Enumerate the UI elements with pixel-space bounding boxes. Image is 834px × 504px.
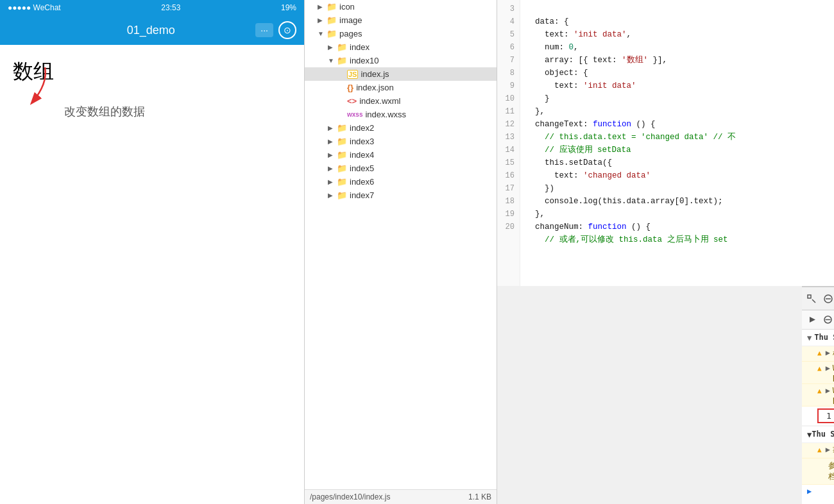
folder-icon: 📁: [337, 42, 347, 52]
red-arrow-icon: [13, 64, 51, 115]
console-warn-1: ▲ ▶ 根据 sitemap 的规则[0], 当前页面 [pages/index…: [802, 346, 834, 362]
tree-item-index-js[interactable]: ▶ JS index.js: [305, 67, 497, 81]
tree-item-label: index.wxss: [365, 110, 406, 119]
code-content: data: { text: 'init data', num: 0, array…: [520, 0, 834, 286]
block-icon[interactable]: [821, 314, 834, 326]
line-num: 20: [502, 221, 515, 233]
code-area[interactable]: 3 4 5 6 7 8 9 10 11 12 13 14 15 16: [497, 0, 834, 286]
tree-item-label: index7: [350, 190, 374, 200]
tree-item-index[interactable]: ▶ 📁 index: [305, 40, 497, 54]
line-num: 7: [502, 54, 515, 67]
console-group-interface: ▼ Thu Sep 26 2019 23:39:01 GMT+0800 (中国标…: [802, 426, 834, 443]
folder-icon: 📁: [337, 150, 347, 160]
tree-item-index7[interactable]: ▶ 📁 index7: [305, 189, 497, 202]
circle-icon: ⊙: [284, 25, 291, 35]
wxss-file-icon: wxss: [347, 111, 362, 118]
info-text: 参考文档：: [828, 460, 834, 482]
warn-icon: ▲: [817, 387, 822, 395]
menu-icon-button[interactable]: ···: [255, 23, 273, 37]
tree-item-label: index.js: [361, 69, 389, 79]
arrow-icon: ▶: [328, 44, 336, 51]
tree-item-label: index5: [350, 164, 374, 173]
tree-item-index10[interactable]: ▼ 📁 index10: [305, 54, 497, 67]
line-num: 13: [502, 131, 515, 144]
file-path-text: /pages/index10/index.js: [310, 492, 390, 501]
tree-item-label: image: [339, 15, 362, 25]
line-num: 11: [502, 105, 515, 118]
folder-icon: 📁: [337, 190, 347, 200]
battery-text: 19%: [281, 3, 296, 12]
tree-item-index6[interactable]: ▶ 📁 index6: [305, 175, 497, 189]
console-value-box: 1: [817, 408, 834, 423]
console-info-item: ▲ 参考文档： https://developers.weixin.qq.com…: [802, 458, 834, 485]
tree-item-label: index4: [350, 150, 374, 160]
filetree-content: ▶ 📁 icon ▶ 📁 image ▼ 📁 pages ▶ 📁 index: [305, 0, 497, 489]
line-num: 16: [502, 169, 515, 182]
line-num: 17: [502, 182, 515, 195]
tree-item-index3[interactable]: ▶ 📁 index3: [305, 135, 497, 148]
console-warn-4: ▲ ▶ 获取 wx.getUserInfo 接口后续将不再出现授权弹窗，请注意升…: [802, 443, 834, 458]
tree-item-label: index6: [350, 177, 374, 187]
phone-nav-title: 01_demo: [127, 24, 175, 37]
no-entry-icon[interactable]: [821, 292, 834, 306]
arrow-icon: ▶: [328, 124, 336, 131]
arrow-icon: ▶: [328, 178, 336, 185]
console-warn-3: ▲ ▶ WXMLRT_$gwx:./pages/index8/index.wxm…: [802, 384, 834, 407]
line-num: 3: [502, 3, 515, 15]
console-value-line: 1: [802, 407, 834, 426]
time-text: 23:53: [161, 3, 180, 12]
line-num: 18: [502, 195, 515, 208]
arrow-icon: ▼: [318, 30, 325, 37]
svg-marker-5: [810, 317, 815, 323]
arrow-icon: ▶: [328, 165, 336, 172]
tree-item-label: index3: [350, 137, 374, 146]
tree-item-index-wxss[interactable]: ▶ wxss index.wxss: [305, 108, 497, 121]
warn-arrow-icon[interactable]: ▶: [826, 445, 830, 454]
signal-text: ●●●●● WeChat: [8, 3, 61, 12]
line-num: 10: [502, 92, 515, 105]
main-wrapper: ●●●●● WeChat 23:53 19% 01_demo ··· ⊙ 数组: [0, 0, 834, 504]
code-lines: 3 4 5 6 7 8 9 10 11 12 13 14 15 16: [497, 0, 834, 286]
line-num: 14: [502, 144, 515, 156]
warn-arrow-icon[interactable]: ▶: [826, 364, 830, 373]
filetree-panel: ▶ 📁 icon ▶ 📁 image ▼ 📁 pages ▶ 📁 index: [305, 0, 497, 504]
tree-item-index-json[interactable]: ▶ {} index.json: [305, 81, 497, 94]
devtools-tab-icons: [804, 292, 834, 306]
phone-nav-icons: ··· ⊙: [255, 21, 296, 39]
json-file-icon: {}: [347, 83, 353, 92]
tree-item-index5[interactable]: ▶ 📁 index5: [305, 162, 497, 175]
folder-icon: 📁: [327, 15, 337, 25]
tree-item-label: pages: [339, 29, 362, 38]
console-output[interactable]: ▼ Thu Sep 26 2019 23:39:01 GMT+0800 (中国标…: [802, 330, 834, 504]
tree-item-label: index10: [350, 56, 379, 65]
right-section: 3 4 5 6 7 8 9 10 11 12 13 14 15 16: [497, 0, 834, 504]
console-group-sitemap: ▼ Thu Sep 26 2019 23:39:01 GMT+0800 (中国标…: [802, 330, 834, 346]
group-arrow-icon[interactable]: ▼: [807, 333, 812, 342]
tree-item-image[interactable]: ▶ 📁 image: [305, 13, 497, 27]
tree-item-index4[interactable]: ▶ 📁 index4: [305, 148, 497, 162]
folder-icon: 📁: [337, 123, 347, 133]
warn-arrow-icon[interactable]: ▶: [826, 348, 830, 357]
console-toolbar: top ▼ 👁 Default levels ▼: [802, 310, 834, 330]
warn-icon: ▲: [817, 364, 822, 373]
folder-icon: 📁: [327, 2, 337, 12]
warn-arrow-icon[interactable]: ▶: [826, 386, 830, 395]
execute-icon[interactable]: [806, 314, 819, 326]
arrow-icon: ▶: [318, 3, 325, 10]
tree-item-label: index.json: [356, 83, 394, 92]
file-path-bar: /pages/index10/index.js 1.1 KB: [305, 489, 497, 504]
folder-icon: 📁: [337, 137, 347, 146]
group-arrow-icon[interactable]: ▼: [807, 430, 812, 439]
tree-item-pages[interactable]: ▼ 📁 pages: [305, 27, 497, 40]
line-num: 12: [502, 118, 515, 131]
svg-rect-1: [808, 295, 811, 298]
tree-item-index-wxml[interactable]: ▶ <> index.wxml: [305, 94, 497, 108]
tree-item-index2[interactable]: ▶ 📁 index2: [305, 121, 497, 135]
console-warn-2: ▲ ▶ WXMLRT_$gwx:./pages/index2/index.wxm…: [802, 362, 834, 384]
phone-content: 数组 改变数组的数据: [0, 45, 304, 504]
console-expandable[interactable]: ▶: [802, 485, 834, 498]
inspect-icon[interactable]: [804, 292, 819, 306]
tree-item-icon[interactable]: ▶ 📁 icon: [305, 0, 497, 13]
circle-icon-button[interactable]: ⊙: [278, 21, 296, 39]
devtools-tabs: Console Sources Network Security AppData…: [802, 287, 834, 310]
